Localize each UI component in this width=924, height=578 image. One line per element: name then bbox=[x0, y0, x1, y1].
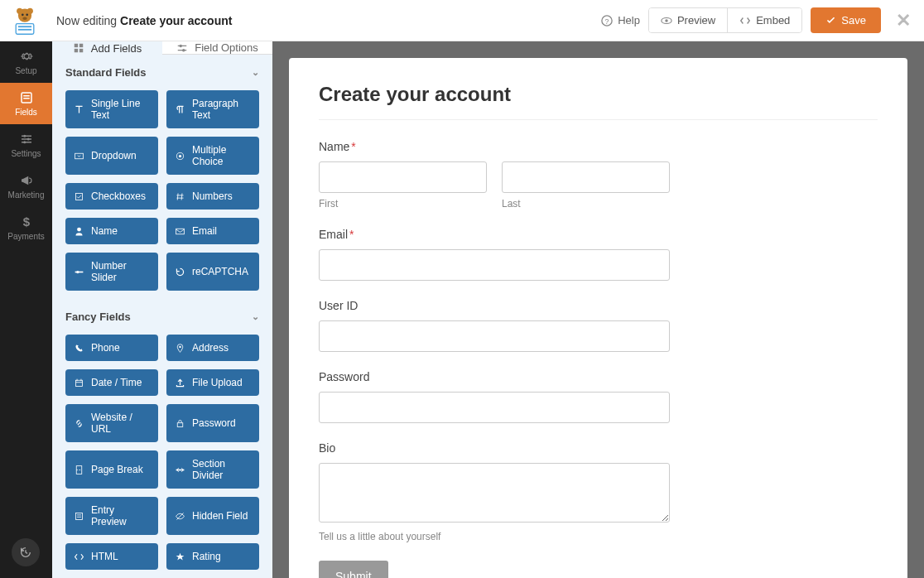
nav-payments[interactable]: $ Payments bbox=[0, 207, 52, 248]
field-page-break[interactable]: Page Break bbox=[65, 450, 158, 489]
svg-rect-23 bbox=[75, 44, 78, 47]
preview-icon bbox=[74, 511, 84, 522]
dropdown-icon bbox=[74, 151, 84, 161]
sliders-icon bbox=[19, 132, 34, 147]
name-row: First Last bbox=[319, 161, 670, 210]
password-label: Password bbox=[319, 370, 878, 383]
svg-point-20 bbox=[26, 138, 29, 141]
field-checkboxes[interactable]: Checkboxes bbox=[65, 183, 158, 210]
panel-tabs: Add Fields Field Options bbox=[52, 41, 272, 55]
field-name[interactable]: Name bbox=[65, 218, 158, 244]
first-sub: First bbox=[319, 198, 487, 210]
field-website[interactable]: Website / URL bbox=[65, 404, 158, 442]
field-html[interactable]: HTML bbox=[65, 543, 158, 570]
svg-rect-48 bbox=[75, 513, 82, 519]
save-button[interactable]: Save bbox=[811, 7, 881, 33]
svg-rect-34 bbox=[75, 193, 82, 200]
divider-icon bbox=[175, 465, 185, 475]
logo bbox=[10, 6, 40, 36]
top-bar: Now editing Create your account ? Help P… bbox=[0, 0, 924, 41]
tab-add-fields[interactable]: Add Fields bbox=[52, 41, 162, 55]
field-section-divider[interactable]: Section Divider bbox=[166, 450, 259, 489]
last-sub: Last bbox=[502, 198, 670, 210]
email-label: Email* bbox=[319, 228, 878, 241]
radio-icon bbox=[175, 151, 185, 161]
bio-textarea[interactable] bbox=[319, 463, 670, 523]
bio-label: Bio bbox=[319, 441, 878, 455]
svg-point-19 bbox=[23, 135, 26, 137]
first-name-input[interactable] bbox=[319, 161, 487, 193]
field-bio-block[interactable]: Bio Tell us a little about yourself bbox=[319, 441, 878, 542]
svg-text:?: ? bbox=[605, 17, 609, 25]
help-link[interactable]: ? Help bbox=[601, 14, 640, 26]
help-icon: ? bbox=[601, 15, 613, 26]
preview-button[interactable]: Preview bbox=[649, 8, 727, 32]
page-icon bbox=[74, 465, 84, 475]
nav-fields[interactable]: Fields bbox=[0, 83, 52, 124]
svg-point-3 bbox=[22, 13, 24, 16]
svg-rect-31 bbox=[75, 153, 84, 159]
field-number-slider[interactable]: Number Slider bbox=[65, 253, 158, 291]
user-icon bbox=[74, 226, 84, 237]
dollar-icon: $ bbox=[19, 214, 34, 229]
field-email[interactable]: Email bbox=[166, 218, 259, 244]
fancy-grid: Phone Address Date / Time File Upload We… bbox=[52, 335, 272, 578]
field-userid-block[interactable]: User ID bbox=[319, 299, 878, 352]
field-single-line[interactable]: Single Line Text bbox=[65, 90, 158, 128]
field-numbers[interactable]: Numbers bbox=[166, 183, 259, 210]
nav-marketing[interactable]: Marketing bbox=[0, 166, 52, 207]
nav-settings[interactable]: Settings bbox=[0, 124, 52, 166]
form-icon bbox=[19, 90, 34, 105]
form-preview: Create your account Name* First Last Ema… bbox=[289, 58, 907, 578]
field-datetime[interactable]: Date / Time bbox=[65, 369, 158, 396]
field-dropdown[interactable]: Dropdown bbox=[65, 137, 158, 175]
password-input[interactable] bbox=[319, 392, 670, 423]
gear-icon bbox=[19, 49, 34, 64]
field-phone[interactable]: Phone bbox=[65, 335, 158, 361]
history-button[interactable] bbox=[12, 538, 40, 566]
field-entry-preview[interactable]: Entry Preview bbox=[65, 497, 158, 535]
section-fancy-header[interactable]: Fancy Fields ⌄ bbox=[65, 311, 259, 323]
code-icon bbox=[739, 15, 751, 26]
mail-icon bbox=[175, 226, 185, 237]
field-hidden[interactable]: Hidden Field bbox=[166, 497, 259, 535]
field-file-upload[interactable]: File Upload bbox=[166, 369, 259, 396]
link-icon bbox=[74, 418, 84, 429]
field-rating[interactable]: Rating bbox=[166, 543, 259, 570]
nav-setup[interactable]: Setup bbox=[0, 41, 52, 83]
fields-panel: Add Fields Field Options Standard Fields… bbox=[52, 41, 272, 578]
submit-button[interactable]: Submit bbox=[319, 561, 388, 578]
email-input[interactable] bbox=[319, 249, 670, 281]
editing-label: Now editing Create your account bbox=[56, 14, 232, 27]
field-address[interactable]: Address bbox=[166, 335, 259, 361]
grid-icon bbox=[73, 42, 84, 54]
tab-field-options[interactable]: Field Options bbox=[162, 41, 272, 55]
phone-icon bbox=[74, 343, 84, 354]
last-name-input[interactable] bbox=[502, 161, 670, 193]
svg-point-21 bbox=[23, 141, 26, 143]
slider-icon bbox=[74, 267, 84, 277]
lock-icon bbox=[175, 418, 185, 429]
field-multiple-choice[interactable]: Multiple Choice bbox=[166, 137, 259, 175]
upload-icon bbox=[175, 378, 185, 388]
close-icon[interactable]: ✕ bbox=[896, 10, 911, 31]
userid-input[interactable] bbox=[319, 320, 670, 352]
field-password[interactable]: Password bbox=[166, 404, 259, 442]
hash-icon bbox=[175, 191, 185, 202]
svg-rect-7 bbox=[18, 26, 31, 27]
field-password-block[interactable]: Password bbox=[319, 370, 878, 423]
section-standard-header[interactable]: Standard Fields ⌄ bbox=[65, 66, 259, 79]
field-email-block[interactable]: Email* bbox=[319, 228, 878, 281]
svg-rect-44 bbox=[177, 422, 183, 426]
svg-point-38 bbox=[76, 270, 79, 272]
userid-label: User ID bbox=[319, 299, 878, 312]
field-paragraph[interactable]: Paragraph Text bbox=[166, 90, 259, 128]
text-icon bbox=[74, 104, 84, 115]
svg-rect-40 bbox=[75, 380, 82, 386]
section-fancy: Fancy Fields ⌄ bbox=[52, 299, 272, 335]
checkbox-icon bbox=[74, 191, 84, 202]
svg-point-39 bbox=[179, 345, 180, 347]
field-recaptcha[interactable]: reCAPTCHA bbox=[166, 253, 259, 291]
field-name-block[interactable]: Name* First Last bbox=[319, 140, 878, 210]
embed-button[interactable]: Embed bbox=[727, 8, 801, 32]
